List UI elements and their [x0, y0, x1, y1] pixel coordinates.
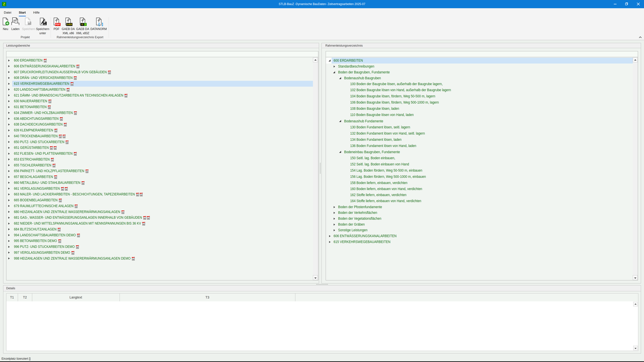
- svg-text:A: A: [60, 136, 61, 138]
- svg-text:A: A: [49, 107, 50, 109]
- svg-text:A: A: [55, 148, 56, 149]
- svg-text:A: A: [52, 160, 53, 161]
- svg-text:A: A: [60, 200, 61, 202]
- svg-text:A: A: [66, 189, 67, 190]
- svg-text:A: A: [61, 119, 62, 120]
- svg-text:A: A: [126, 95, 126, 97]
- svg-text:A: A: [75, 113, 76, 115]
- svg-text:A: A: [137, 194, 138, 196]
- svg-text:A: A: [72, 84, 72, 85]
- svg-text:A: A: [59, 241, 60, 243]
- svg-text:A: A: [82, 183, 84, 185]
- svg-text:A: A: [55, 177, 56, 179]
- svg-text:A: A: [72, 253, 74, 254]
- svg-text:A: A: [55, 130, 56, 132]
- svg-text:A: A: [51, 148, 52, 149]
- svg-text:A: A: [68, 90, 69, 91]
- svg-text:A: A: [54, 165, 55, 167]
- svg-text:A: A: [62, 189, 63, 190]
- svg-text:A: A: [64, 136, 65, 138]
- svg-text:A: A: [75, 154, 76, 155]
- svg-text:A: A: [122, 212, 124, 214]
- svg-text:A: A: [109, 72, 110, 74]
- svg-text:A: A: [144, 218, 146, 219]
- svg-text:A: A: [141, 194, 142, 196]
- svg-text:A: A: [143, 224, 144, 225]
- svg-text:A: A: [78, 235, 79, 237]
- svg-text:A: A: [75, 78, 76, 80]
- svg-text:A: A: [44, 60, 46, 62]
- svg-text:A: A: [148, 218, 149, 219]
- svg-text:A: A: [50, 101, 51, 103]
- svg-text:A: A: [65, 124, 66, 126]
- svg-text:A: A: [66, 142, 68, 144]
- svg-text:A: A: [86, 171, 88, 173]
- svg-text:A: A: [77, 247, 78, 249]
- svg-text:A: A: [59, 229, 60, 231]
- svg-text:A: A: [133, 258, 134, 260]
- svg-text:A: A: [78, 66, 79, 68]
- svg-text:A: A: [76, 206, 77, 208]
